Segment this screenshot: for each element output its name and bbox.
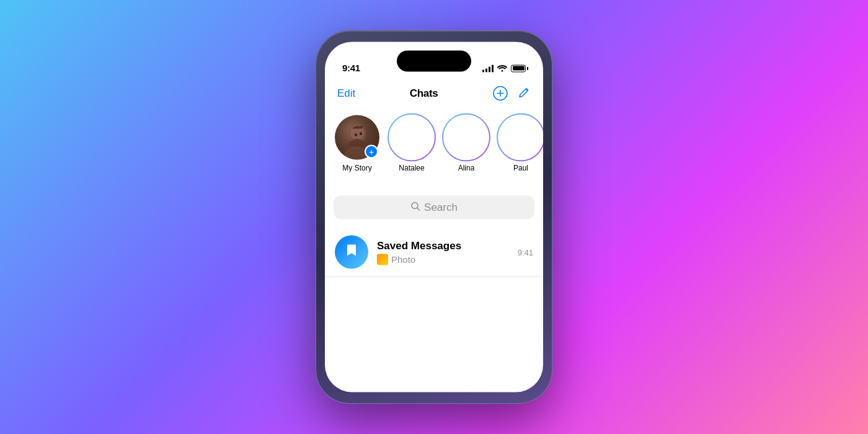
search-placeholder: Search <box>424 202 458 214</box>
search-icon <box>410 202 420 214</box>
battery-icon <box>511 64 526 72</box>
status-icons <box>482 64 526 73</box>
stories-row: + My Story <box>325 109 543 190</box>
natalee-story-ring <box>388 113 436 162</box>
alina-label: Alina <box>458 164 475 172</box>
my-story-avatar-wrapper: + <box>335 115 379 160</box>
chats-title: Chats <box>410 87 438 100</box>
compose-icon[interactable] <box>517 87 531 100</box>
chat-info-saved-messages: Saved Messages Photo <box>377 239 509 265</box>
svg-point-8 <box>360 132 362 135</box>
signal-bar-3 <box>489 66 490 72</box>
status-time: 9:41 <box>342 63 360 73</box>
svg-point-7 <box>355 133 357 136</box>
saved-messages-preview: Photo <box>377 254 509 265</box>
add-story-icon[interactable] <box>492 86 508 102</box>
nav-actions <box>492 86 531 102</box>
phone-outer: 9:41 <box>316 31 552 403</box>
story-item-alina[interactable]: Alina <box>444 115 489 172</box>
alina-avatar-wrapper <box>444 115 489 160</box>
natalee-label: Natalee <box>399 164 424 172</box>
saved-messages-avatar <box>335 236 368 269</box>
signal-bar-1 <box>482 69 484 72</box>
signal-bars-icon <box>482 64 494 72</box>
alina-story-ring <box>442 113 490 162</box>
chat-list: Saved Messages Photo 9:41 <box>325 228 543 392</box>
dynamic-island <box>397 51 471 72</box>
wifi-icon <box>497 64 507 74</box>
natalee-avatar-wrapper <box>389 115 434 160</box>
paul-avatar-wrapper <box>498 115 543 160</box>
story-item-my-story[interactable]: + My Story <box>335 115 379 172</box>
photo-thumbnail <box>377 254 388 265</box>
edit-button[interactable]: Edit <box>337 87 355 100</box>
add-story-badge[interactable]: + <box>365 145 378 159</box>
saved-messages-time: 9:41 <box>518 247 533 257</box>
my-story-label: My Story <box>342 164 371 172</box>
svg-line-34 <box>417 208 420 211</box>
paul-story-ring <box>497 113 543 162</box>
signal-bar-4 <box>492 64 494 72</box>
bookmark-icon <box>343 242 360 262</box>
saved-messages-preview-text: Photo <box>391 254 415 265</box>
signal-bar-2 <box>485 68 487 72</box>
phone-wrapper: 9:41 <box>304 25 564 409</box>
paul-label: Paul <box>513 164 528 172</box>
chat-item-saved-messages[interactable]: Saved Messages Photo 9:41 <box>325 228 543 277</box>
nav-bar: Edit Chats <box>325 78 543 109</box>
story-item-natalee[interactable]: Natalee <box>389 115 434 172</box>
search-bar[interactable]: Search <box>334 196 534 219</box>
saved-messages-name: Saved Messages <box>377 239 509 252</box>
chat-meta-saved-messages: 9:41 <box>518 247 533 257</box>
battery-fill <box>513 66 525 71</box>
story-item-paul[interactable]: Paul <box>498 115 543 172</box>
phone-screen: 9:41 <box>325 42 543 392</box>
